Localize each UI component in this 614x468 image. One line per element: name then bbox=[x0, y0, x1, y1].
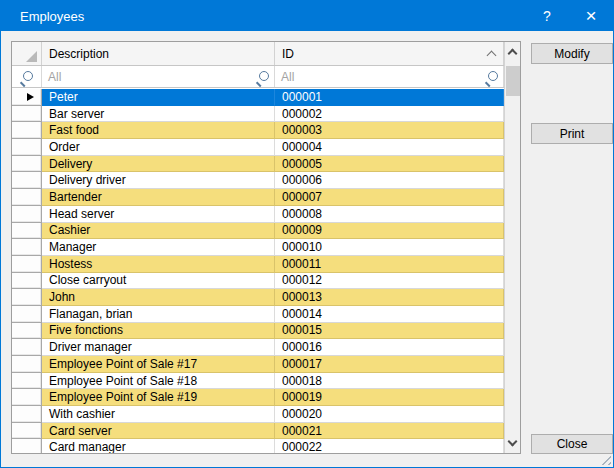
id-cell[interactable]: 000022 bbox=[275, 439, 504, 453]
description-cell[interactable]: With cashier bbox=[42, 406, 275, 423]
table-row[interactable]: Delivery driver 000006 bbox=[12, 172, 504, 189]
description-cell[interactable]: Cashier bbox=[42, 223, 275, 240]
row-selector[interactable] bbox=[12, 172, 42, 189]
id-cell[interactable]: 000007 bbox=[275, 189, 504, 206]
table-row[interactable]: Employee Point of Sale #17 000017 bbox=[12, 356, 504, 373]
table-row[interactable]: Five fonctions 000015 bbox=[12, 323, 504, 340]
row-selector[interactable] bbox=[12, 406, 42, 423]
id-cell[interactable]: 000011 bbox=[275, 256, 504, 273]
row-selector[interactable] bbox=[12, 323, 42, 340]
description-cell[interactable]: Flanagan, brian bbox=[42, 306, 275, 323]
description-filter-input[interactable]: All bbox=[42, 66, 275, 87]
row-selector[interactable] bbox=[12, 89, 42, 106]
scrollbar-thumb[interactable] bbox=[506, 66, 520, 96]
id-cell[interactable]: 000001 bbox=[275, 89, 504, 106]
table-row[interactable]: With cashier 000020 bbox=[12, 406, 504, 423]
description-cell[interactable]: Hostess bbox=[42, 256, 275, 273]
description-cell[interactable]: Bar server bbox=[42, 106, 275, 123]
row-selector[interactable] bbox=[12, 306, 42, 323]
row-selector[interactable] bbox=[12, 256, 42, 273]
id-cell[interactable]: 000004 bbox=[275, 139, 504, 156]
description-cell[interactable]: Employee Point of Sale #19 bbox=[42, 389, 275, 406]
row-selector[interactable] bbox=[12, 423, 42, 440]
row-selector[interactable] bbox=[12, 223, 42, 240]
scroll-down-icon[interactable] bbox=[508, 437, 518, 447]
column-header-id[interactable]: ID bbox=[275, 42, 504, 65]
row-selector[interactable] bbox=[12, 356, 42, 373]
description-cell[interactable]: Manager bbox=[42, 239, 275, 256]
row-selector[interactable] bbox=[12, 439, 42, 453]
table-row[interactable]: Head server 000008 bbox=[12, 206, 504, 223]
id-cell[interactable]: 000020 bbox=[275, 406, 504, 423]
id-cell[interactable]: 000012 bbox=[275, 273, 504, 290]
id-cell[interactable]: 000005 bbox=[275, 156, 504, 173]
modify-button[interactable]: Modify bbox=[531, 43, 613, 64]
id-cell[interactable]: 000003 bbox=[275, 122, 504, 139]
table-row[interactable]: John 000013 bbox=[12, 289, 504, 306]
select-all-corner[interactable] bbox=[12, 42, 42, 65]
column-header-description[interactable]: Description bbox=[42, 42, 275, 65]
id-cell[interactable]: 000010 bbox=[275, 239, 504, 256]
table-row[interactable]: Peter 000001 bbox=[12, 89, 504, 106]
filter-selector-cell[interactable] bbox=[12, 66, 42, 87]
row-selector[interactable] bbox=[12, 122, 42, 139]
description-cell[interactable]: Driver manager bbox=[42, 339, 275, 356]
description-cell[interactable]: Head server bbox=[42, 206, 275, 223]
row-selector[interactable] bbox=[12, 289, 42, 306]
row-selector[interactable] bbox=[12, 139, 42, 156]
table-row[interactable]: Delivery 000005 bbox=[12, 156, 504, 173]
description-cell[interactable]: Card server bbox=[42, 423, 275, 440]
id-cell[interactable]: 000016 bbox=[275, 339, 504, 356]
description-cell[interactable]: Employee Point of Sale #17 bbox=[42, 356, 275, 373]
id-cell[interactable]: 000014 bbox=[275, 306, 504, 323]
description-cell[interactable]: Peter bbox=[42, 89, 275, 106]
row-selector[interactable] bbox=[12, 273, 42, 290]
vertical-scrollbar[interactable] bbox=[504, 42, 520, 453]
table-row[interactable]: Bar server 000002 bbox=[12, 106, 504, 123]
row-selector[interactable] bbox=[12, 156, 42, 173]
print-button[interactable]: Print bbox=[531, 123, 613, 144]
row-selector[interactable] bbox=[12, 206, 42, 223]
table-row[interactable]: Manager 000010 bbox=[12, 239, 504, 256]
table-row[interactable]: Employee Point of Sale #19 000019 bbox=[12, 389, 504, 406]
id-cell[interactable]: 000008 bbox=[275, 206, 504, 223]
row-selector[interactable] bbox=[12, 106, 42, 123]
table-row[interactable]: Bartender 000007 bbox=[12, 189, 504, 206]
description-cell[interactable]: Close carryout bbox=[42, 273, 275, 290]
table-row[interactable]: Order 000004 bbox=[12, 139, 504, 156]
id-cell[interactable]: 000021 bbox=[275, 423, 504, 440]
description-cell[interactable]: Order bbox=[42, 139, 275, 156]
description-cell[interactable]: Employee Point of Sale #18 bbox=[42, 373, 275, 390]
id-cell[interactable]: 000009 bbox=[275, 223, 504, 240]
description-cell[interactable]: Delivery bbox=[42, 156, 275, 173]
row-selector[interactable] bbox=[12, 239, 42, 256]
id-filter-input[interactable]: All bbox=[275, 66, 504, 87]
close-button[interactable]: Close bbox=[531, 434, 613, 454]
row-selector[interactable] bbox=[12, 373, 42, 390]
id-cell[interactable]: 000002 bbox=[275, 106, 504, 123]
row-selector[interactable] bbox=[12, 189, 42, 206]
table-row[interactable]: Close carryout 000012 bbox=[12, 273, 504, 290]
id-cell[interactable]: 000013 bbox=[275, 289, 504, 306]
table-row[interactable]: Card manager 000022 bbox=[12, 439, 504, 453]
table-row[interactable]: Fast food 000003 bbox=[12, 122, 504, 139]
table-row[interactable]: Employee Point of Sale #18 000018 bbox=[12, 373, 504, 390]
id-cell[interactable]: 000017 bbox=[275, 356, 504, 373]
table-row[interactable]: Cashier 000009 bbox=[12, 223, 504, 240]
description-cell[interactable]: Bartender bbox=[42, 189, 275, 206]
row-selector[interactable] bbox=[12, 389, 42, 406]
id-cell[interactable]: 000006 bbox=[275, 172, 504, 189]
id-cell[interactable]: 000019 bbox=[275, 389, 504, 406]
scroll-up-icon[interactable] bbox=[508, 49, 518, 59]
description-cell[interactable]: Five fonctions bbox=[42, 323, 275, 340]
window-close-button[interactable]: × bbox=[569, 1, 613, 31]
row-selector[interactable] bbox=[12, 339, 42, 356]
description-cell[interactable]: Fast food bbox=[42, 122, 275, 139]
description-cell[interactable]: Delivery driver bbox=[42, 172, 275, 189]
table-row[interactable]: Hostess 000011 bbox=[12, 256, 504, 273]
id-cell[interactable]: 000015 bbox=[275, 323, 504, 340]
id-cell[interactable]: 000018 bbox=[275, 373, 504, 390]
help-button[interactable]: ? bbox=[525, 1, 569, 31]
table-row[interactable]: Flanagan, brian 000014 bbox=[12, 306, 504, 323]
description-cell[interactable]: John bbox=[42, 289, 275, 306]
